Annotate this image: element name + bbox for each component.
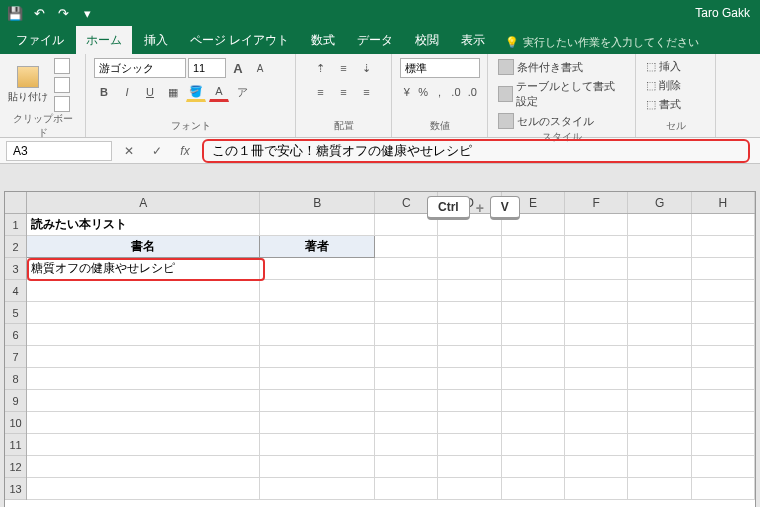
- tab-insert[interactable]: 挿入: [134, 26, 178, 54]
- fx-icon[interactable]: fx: [174, 144, 196, 158]
- cell-d6[interactable]: [438, 324, 501, 346]
- tab-data[interactable]: データ: [347, 26, 403, 54]
- cell-g2[interactable]: [628, 236, 691, 258]
- italic-button[interactable]: I: [117, 82, 137, 102]
- grow-font-icon[interactable]: A: [228, 58, 248, 78]
- cell-b12[interactable]: [260, 456, 375, 478]
- formula-bar[interactable]: [204, 143, 748, 158]
- cell-a9[interactable]: [27, 390, 260, 412]
- cell-e9[interactable]: [502, 390, 565, 412]
- cell-a4[interactable]: [27, 280, 260, 302]
- select-all-corner[interactable]: [5, 192, 27, 214]
- cell-f6[interactable]: [565, 324, 628, 346]
- delete-cells-button[interactable]: ⬚ 削除: [644, 77, 707, 94]
- row-header-2[interactable]: 2: [5, 236, 26, 258]
- cell-e7[interactable]: [502, 346, 565, 368]
- cell-f9[interactable]: [565, 390, 628, 412]
- row-header-8[interactable]: 8: [5, 368, 26, 390]
- cell-d3[interactable]: [438, 258, 501, 280]
- paste-button[interactable]: 貼り付け: [8, 66, 48, 104]
- confirm-icon[interactable]: ✓: [146, 144, 168, 158]
- cell-f7[interactable]: [565, 346, 628, 368]
- cell-f10[interactable]: [565, 412, 628, 434]
- cell-a1[interactable]: 読みたい本リスト: [27, 214, 260, 236]
- cell-h4[interactable]: [692, 280, 755, 302]
- cell-c4[interactable]: [375, 280, 438, 302]
- comma-icon[interactable]: ,: [433, 82, 446, 102]
- cell-g5[interactable]: [628, 302, 691, 324]
- cell-styles-button[interactable]: セルのスタイル: [496, 112, 627, 130]
- row-header-12[interactable]: 12: [5, 456, 26, 478]
- row-header-4[interactable]: 4: [5, 280, 26, 302]
- cell-e2[interactable]: [502, 236, 565, 258]
- cell-d10[interactable]: [438, 412, 501, 434]
- col-header-f[interactable]: F: [565, 192, 628, 213]
- cancel-icon[interactable]: ✕: [118, 144, 140, 158]
- tab-review[interactable]: 校閲: [405, 26, 449, 54]
- cell-f5[interactable]: [565, 302, 628, 324]
- cell-b1[interactable]: [260, 214, 375, 236]
- font-name-select[interactable]: 游ゴシック: [94, 58, 186, 78]
- cell-h12[interactable]: [692, 456, 755, 478]
- dec-decimal-icon[interactable]: .0: [466, 82, 479, 102]
- cell-h7[interactable]: [692, 346, 755, 368]
- cell-a7[interactable]: [27, 346, 260, 368]
- font-color-button[interactable]: A: [209, 82, 229, 102]
- cell-g10[interactable]: [628, 412, 691, 434]
- format-cells-button[interactable]: ⬚ 書式: [644, 96, 707, 113]
- cell-b9[interactable]: [260, 390, 375, 412]
- cell-e12[interactable]: [502, 456, 565, 478]
- cell-h2[interactable]: [692, 236, 755, 258]
- cell-e5[interactable]: [502, 302, 565, 324]
- cell-b7[interactable]: [260, 346, 375, 368]
- tab-view[interactable]: 表示: [451, 26, 495, 54]
- cells-area[interactable]: 読みたい本リスト書名著者糖質オフの健康やせレシピ: [27, 214, 755, 507]
- cell-f3[interactable]: [565, 258, 628, 280]
- cell-a2[interactable]: 書名: [27, 236, 260, 258]
- cell-c10[interactable]: [375, 412, 438, 434]
- cell-b3[interactable]: [260, 258, 375, 280]
- cell-e10[interactable]: [502, 412, 565, 434]
- cell-g1[interactable]: [628, 214, 691, 236]
- format-as-table-button[interactable]: テーブルとして書式設定: [496, 78, 627, 110]
- cell-b8[interactable]: [260, 368, 375, 390]
- row-header-7[interactable]: 7: [5, 346, 26, 368]
- row-header-3[interactable]: 3: [5, 258, 26, 280]
- font-size-select[interactable]: 11: [188, 58, 226, 78]
- tab-page-layout[interactable]: ページ レイアウト: [180, 26, 299, 54]
- cell-c13[interactable]: [375, 478, 438, 500]
- cell-e4[interactable]: [502, 280, 565, 302]
- tab-home[interactable]: ホーム: [76, 26, 132, 54]
- cell-d2[interactable]: [438, 236, 501, 258]
- cell-a13[interactable]: [27, 478, 260, 500]
- col-header-a[interactable]: A: [27, 192, 260, 213]
- cell-d13[interactable]: [438, 478, 501, 500]
- cell-h10[interactable]: [692, 412, 755, 434]
- fill-color-button[interactable]: 🪣: [186, 82, 206, 102]
- cell-h13[interactable]: [692, 478, 755, 500]
- cell-f11[interactable]: [565, 434, 628, 456]
- save-icon[interactable]: 💾: [6, 4, 24, 22]
- cell-d12[interactable]: [438, 456, 501, 478]
- cell-f2[interactable]: [565, 236, 628, 258]
- align-top-icon[interactable]: ⇡: [311, 58, 331, 78]
- cell-h3[interactable]: [692, 258, 755, 280]
- col-header-b[interactable]: B: [260, 192, 375, 213]
- border-button[interactable]: ▦: [163, 82, 183, 102]
- row-header-10[interactable]: 10: [5, 412, 26, 434]
- cell-g4[interactable]: [628, 280, 691, 302]
- cell-b6[interactable]: [260, 324, 375, 346]
- cell-g11[interactable]: [628, 434, 691, 456]
- cell-f4[interactable]: [565, 280, 628, 302]
- cell-c11[interactable]: [375, 434, 438, 456]
- cell-g8[interactable]: [628, 368, 691, 390]
- align-center-icon[interactable]: ≡: [334, 82, 354, 102]
- shrink-font-icon[interactable]: A: [250, 58, 270, 78]
- qa-more-icon[interactable]: ▾: [78, 4, 96, 22]
- cell-f12[interactable]: [565, 456, 628, 478]
- copy-icon[interactable]: [54, 77, 70, 93]
- cell-d4[interactable]: [438, 280, 501, 302]
- row-header-13[interactable]: 13: [5, 478, 26, 500]
- phonetic-button[interactable]: ア: [232, 82, 252, 102]
- row-header-11[interactable]: 11: [5, 434, 26, 456]
